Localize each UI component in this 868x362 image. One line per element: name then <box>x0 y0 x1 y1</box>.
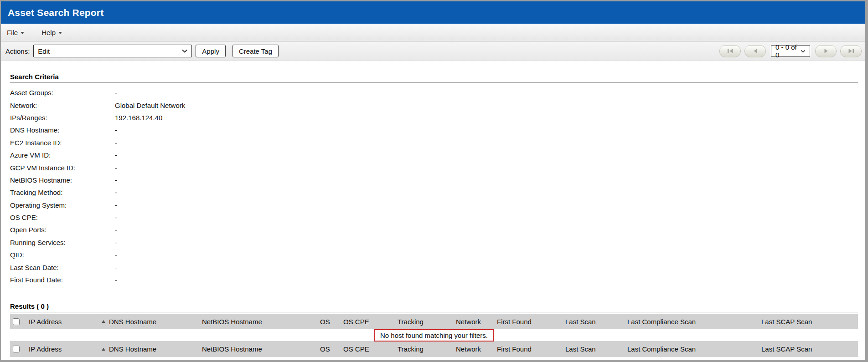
criteria-label: GCP VM Instance ID: <box>10 164 115 172</box>
criteria-row: Asset Groups:- <box>10 87 858 99</box>
page-title: Asset Search Report <box>8 7 103 18</box>
select-all-cell <box>10 318 29 325</box>
criteria-row: Azure VM ID:- <box>10 149 858 161</box>
criteria-row: Network:Global Default Network <box>10 99 858 111</box>
criteria-row: OS CPE:- <box>10 211 858 224</box>
menu-file[interactable]: File <box>7 29 24 36</box>
chevron-down-icon <box>182 49 187 53</box>
criteria-value: - <box>115 189 858 196</box>
column-header-label: OS CPE <box>343 318 369 326</box>
column-header-last-compliance-scan[interactable]: Last Compliance Scan <box>627 318 761 326</box>
create-tag-button[interactable]: Create Tag <box>232 45 279 57</box>
results-header-row-top: IP Address DNS Hostname NetBIOS Hostname… <box>10 314 858 329</box>
no-results-message: No host found matching your filters. <box>374 329 494 342</box>
column-header-label: Tracking <box>398 345 424 353</box>
criteria-value: - <box>115 164 858 172</box>
column-header-last-scan[interactable]: Last Scan <box>565 345 627 353</box>
first-page-icon <box>727 48 734 54</box>
criteria-value: - <box>115 251 858 259</box>
apply-button[interactable]: Apply <box>196 45 226 57</box>
previous-page-icon <box>752 48 759 54</box>
column-header-dns-hostname[interactable]: DNS Hostname <box>102 345 202 353</box>
column-header-os[interactable]: OS <box>320 345 343 353</box>
criteria-label: QID: <box>10 251 115 259</box>
next-page-button[interactable] <box>815 45 837 57</box>
column-header-label: OS CPE <box>343 345 369 353</box>
criteria-label: EC2 Instance ID: <box>10 139 115 147</box>
criteria-label: Operating System: <box>10 201 115 209</box>
column-header-tracking[interactable]: Tracking <box>398 318 456 326</box>
criteria-label: OS CPE: <box>10 214 115 221</box>
column-header-label: OS <box>320 345 330 353</box>
criteria-label: Open Ports: <box>10 226 115 234</box>
page-range-value: 0 - 0 of 0 <box>775 43 798 59</box>
results-header-row-bottom: IP Address DNS Hostname NetBIOS Hostname… <box>10 341 858 357</box>
column-header-label: Last Scan <box>565 318 596 326</box>
criteria-label: IPs/Ranges: <box>10 114 115 122</box>
column-header-last-scap-scan[interactable]: Last SCAP Scan <box>761 345 858 353</box>
column-header-ip-address[interactable]: IP Address <box>29 345 102 353</box>
column-header-label: IP Address <box>29 318 62 326</box>
column-header-first-found[interactable]: First Found <box>497 318 565 326</box>
column-header-network[interactable]: Network <box>456 345 497 353</box>
criteria-row: Running Services:- <box>10 236 858 249</box>
criteria-label: Network: <box>10 102 115 109</box>
empty-results-band: No host found matching your filters. <box>10 329 858 341</box>
column-header-label: Last Scan <box>565 345 596 353</box>
menu-help[interactable]: Help <box>41 29 62 36</box>
sort-ascending-icon <box>102 348 105 351</box>
create-tag-button-label: Create Tag <box>239 47 272 55</box>
chevron-down-icon <box>58 32 62 34</box>
main-content: Search Criteria Asset Groups:- Network:G… <box>1 61 865 360</box>
app-window: Asset Search Report File Help Actions: E… <box>0 0 868 362</box>
actions-select[interactable]: Edit <box>33 45 192 57</box>
column-header-netbios-hostname[interactable]: NetBIOS Hostname <box>202 318 320 326</box>
column-header-label: DNS Hostname <box>109 345 156 353</box>
criteria-value: - <box>115 126 858 134</box>
last-page-button[interactable] <box>840 45 862 57</box>
criteria-row: EC2 Instance ID:- <box>10 137 858 149</box>
title-bar: Asset Search Report <box>1 1 865 24</box>
menu-bar: File Help <box>1 24 865 41</box>
criteria-row: NetBIOS Hostname:- <box>10 174 858 186</box>
criteria-value: - <box>115 226 858 234</box>
column-header-netbios-hostname[interactable]: NetBIOS Hostname <box>202 345 320 353</box>
criteria-row: Open Ports:- <box>10 224 858 236</box>
menu-file-label: File <box>7 29 18 36</box>
column-header-last-compliance-scan[interactable]: Last Compliance Scan <box>627 345 761 353</box>
results-table: IP Address DNS Hostname NetBIOS Hostname… <box>10 314 858 357</box>
search-criteria-heading: Search Criteria <box>10 73 858 83</box>
previous-page-button[interactable] <box>744 45 766 57</box>
sort-ascending-icon <box>102 320 105 323</box>
column-header-os-cpe[interactable]: OS CPE <box>343 345 398 353</box>
column-header-first-found[interactable]: First Found <box>497 345 565 353</box>
criteria-value: - <box>115 176 858 184</box>
column-header-label: Last Compliance Scan <box>627 345 696 353</box>
column-header-ip-address[interactable]: IP Address <box>29 318 102 326</box>
column-header-dns-hostname[interactable]: DNS Hostname <box>102 318 202 326</box>
criteria-label: First Found Date: <box>10 276 115 284</box>
select-all-cell <box>10 346 29 352</box>
first-page-button[interactable] <box>719 45 741 57</box>
column-header-last-scap-scan[interactable]: Last SCAP Scan <box>761 318 858 326</box>
column-header-network[interactable]: Network <box>456 318 497 326</box>
criteria-value: - <box>115 139 858 147</box>
page-range-select[interactable]: 0 - 0 of 0 <box>771 45 810 57</box>
criteria-value: - <box>115 214 858 221</box>
column-header-os[interactable]: OS <box>320 318 343 326</box>
column-header-os-cpe[interactable]: OS CPE <box>343 318 398 326</box>
criteria-label: Running Services: <box>10 239 115 246</box>
column-header-label: Network <box>456 318 481 326</box>
select-all-checkbox[interactable] <box>13 346 20 352</box>
column-header-label: NetBIOS Hostname <box>202 345 262 353</box>
column-header-label: Last SCAP Scan <box>761 345 812 353</box>
column-header-last-scan[interactable]: Last Scan <box>565 318 627 326</box>
criteria-row: First Found Date:- <box>10 274 858 286</box>
menu-help-label: Help <box>41 29 56 36</box>
criteria-row: IPs/Ranges:192.168.124.40 <box>10 112 858 124</box>
select-all-checkbox[interactable] <box>13 318 20 325</box>
criteria-row: Operating System:- <box>10 199 858 211</box>
pagination: 0 - 0 of 0 <box>719 45 862 57</box>
chevron-down-icon <box>21 32 24 34</box>
column-header-tracking[interactable]: Tracking <box>398 345 456 353</box>
